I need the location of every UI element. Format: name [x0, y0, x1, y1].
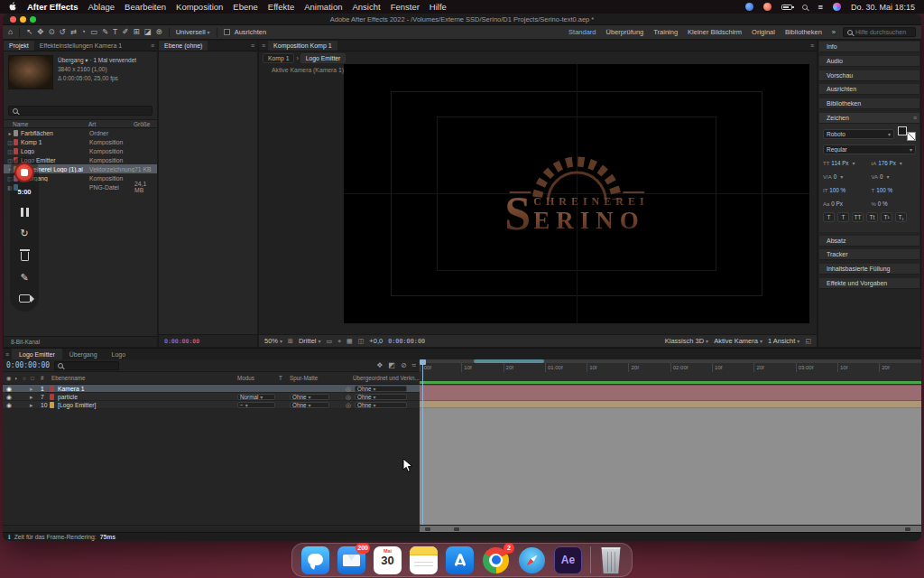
layer-name[interactable]: [Logo Emitter] — [58, 402, 96, 408]
panel-menu-icon[interactable] — [148, 42, 157, 49]
dock-messages[interactable] — [301, 546, 329, 574]
menu-ebene[interactable]: Ebene — [233, 2, 257, 12]
panel-tab-effekte-und-vorgaben[interactable]: Effekte und Vorgaben — [819, 278, 919, 289]
twirl-icon[interactable]: ▸ — [30, 394, 32, 401]
graph-editor-icon[interactable]: ≈ — [412, 361, 416, 369]
column-name[interactable]: Name — [13, 121, 88, 127]
menubar-clock[interactable]: Do. 30. Mai 18:15 — [851, 3, 915, 12]
label-color-chip[interactable] — [14, 148, 18, 154]
restart-button[interactable]: ↻ — [20, 228, 28, 238]
parent-select[interactable]: Ohne — [355, 394, 407, 400]
scroll-handle-icon[interactable] — [905, 527, 910, 531]
panel-menu-icon[interactable] — [248, 42, 257, 49]
panel-tab-info[interactable]: Info — [819, 42, 919, 52]
breadcrumb-logo-emitter[interactable]: Logo Emitter — [300, 53, 346, 63]
column-mode[interactable]: Modus — [237, 375, 254, 381]
resolution-select[interactable]: Drittel — [299, 337, 321, 345]
pan-camera-tool-icon[interactable]: ⇄ — [70, 28, 77, 36]
scroll-handle-icon[interactable] — [454, 527, 459, 531]
workspace-original[interactable]: Original — [752, 28, 775, 36]
footage-name[interactable]: Übergang ▾ · 1 Mal verwendet — [58, 56, 136, 65]
parent-select[interactable]: Ohne — [355, 386, 407, 392]
footage-thumbnail[interactable] — [8, 55, 53, 89]
playhead[interactable] — [422, 359, 423, 525]
dock-safari[interactable] — [518, 546, 546, 574]
blend-mode-select[interactable]: − — [237, 402, 275, 408]
eye-icon[interactable]: ◉ — [6, 402, 12, 409]
workspace-bibliotheken[interactable]: Bibliotheken — [785, 28, 822, 36]
panel-tab-inhaltsbasierte-fuellung[interactable]: Inhaltsbasierte Füllung — [819, 264, 919, 275]
leading-field[interactable]: tA176 Px — [872, 158, 917, 168]
label-color-chip[interactable] — [50, 386, 54, 392]
scroll-handle-icon[interactable] — [425, 527, 430, 531]
workspace-ueberpruefung[interactable]: Überprüfung — [606, 28, 644, 36]
track-matte-select[interactable]: Ohne — [290, 402, 329, 408]
snap-checkbox[interactable] — [224, 29, 230, 35]
pickwhip-icon[interactable]: ◎ — [346, 386, 351, 393]
zoom-tool-icon[interactable]: ⊙ — [48, 28, 54, 36]
column-size[interactable]: Größe — [134, 121, 157, 127]
workspace-kleiner-bildschirm[interactable]: Kleiner Bildschirm — [688, 28, 742, 36]
timeline-search[interactable] — [54, 361, 119, 370]
superscript-button[interactable]: T¹ — [881, 212, 892, 222]
twirl-icon[interactable]: ▸ — [30, 386, 32, 393]
faux-italic-button[interactable]: T — [837, 212, 849, 222]
shy-layers-icon[interactable]: ⊘ — [401, 361, 407, 369]
workspace-standard[interactable]: Standard — [568, 28, 596, 36]
lock-column-icon[interactable]: □ — [31, 375, 34, 381]
project-item[interactable]: ◫Komp 1Komposition — [4, 137, 157, 146]
spotlight-icon[interactable] — [802, 5, 808, 10]
proportional-spacing-field[interactable]: %0 % — [872, 199, 917, 209]
panel-tab-vorschau[interactable]: Vorschau — [819, 70, 919, 81]
menu-komposition[interactable]: Komposition — [176, 2, 223, 12]
view-layout-select[interactable]: 1 Ansicht — [768, 337, 799, 345]
brush-tool-icon[interactable]: ✐ — [122, 28, 128, 36]
dock-mail[interactable]: 200 — [337, 546, 365, 574]
column-track-matte[interactable]: Spur-Matte — [290, 375, 318, 381]
snapshot-icon[interactable]: ◫ — [358, 338, 365, 345]
grid-guides-icon[interactable]: ⊞ — [288, 338, 293, 345]
solo-column-icon[interactable]: ○ — [23, 375, 26, 381]
help-search-input[interactable] — [855, 29, 911, 35]
layer-row-kamera1[interactable]: ◉ ▸ 1 Kamera 1 ◎ Ohne — [3, 385, 420, 393]
menu-fenster[interactable]: Fenster — [391, 2, 420, 12]
battery-icon[interactable] — [781, 5, 792, 10]
renderer-select[interactable]: Klassisch 3D — [665, 337, 708, 345]
panel-menu-icon[interactable] — [808, 42, 817, 49]
twirl-icon[interactable]: ▸ — [30, 402, 32, 409]
baseline-shift-field[interactable]: Aa0 Px — [823, 199, 868, 209]
tool-mode-select[interactable]: Universell — [176, 28, 210, 36]
dock-app-store[interactable] — [446, 546, 474, 574]
composition-mini-flowchart-icon[interactable]: ❖ — [376, 361, 383, 369]
tab-effekteinstellungen[interactable]: Effekteinstellungen Kamera 1 — [34, 41, 127, 51]
apple-menu[interactable] — [9, 2, 17, 12]
panel-tab-audio[interactable]: Audio — [819, 56, 919, 67]
parent-select[interactable]: Ohne — [355, 402, 407, 408]
timeline-tab-logo-emitter[interactable]: Logo Emitter — [12, 349, 62, 359]
font-style-select[interactable]: Regular — [823, 144, 916, 154]
control-center-icon[interactable]: ≡ — [818, 2, 823, 12]
dock-chrome[interactable]: 2 — [482, 546, 510, 574]
dock-trash[interactable] — [599, 546, 623, 573]
exposure-value[interactable]: +0,0 — [369, 337, 383, 345]
tab-ebene[interactable]: Ebene (ohne) — [159, 41, 208, 51]
camera-button[interactable] — [19, 294, 31, 303]
draft-3d-icon[interactable]: ◩ — [388, 361, 395, 369]
zoom-window-button[interactable] — [30, 16, 36, 23]
menu-ablage[interactable]: Ablage — [88, 2, 116, 12]
home-icon[interactable]: ⌂ — [8, 28, 13, 36]
menu-bearbeiten[interactable]: Bearbeiten — [125, 2, 166, 12]
puppet-tool-icon[interactable]: ⊛ — [156, 28, 162, 36]
panel-tab-tracker[interactable]: Tracker — [819, 249, 919, 260]
layer-timecode[interactable]: 0:00:00:00 — [164, 338, 199, 345]
all-caps-button[interactable]: TT — [852, 212, 864, 222]
panel-menu-icon[interactable] — [910, 115, 919, 121]
clone-stamp-tool-icon[interactable]: ⊞ — [133, 28, 139, 36]
panel-tab-absatz[interactable]: Absatz — [819, 236, 919, 247]
more-workspaces-icon[interactable]: » — [832, 28, 836, 36]
transparency-grid-icon[interactable]: ▦ — [346, 338, 353, 345]
hand-tool-icon[interactable]: ✥ — [37, 28, 43, 36]
orbit-camera-tool-icon[interactable]: ↺ — [60, 28, 66, 36]
faux-bold-button[interactable]: T — [823, 212, 835, 222]
region-of-interest-icon[interactable]: ⌖ — [337, 338, 341, 345]
